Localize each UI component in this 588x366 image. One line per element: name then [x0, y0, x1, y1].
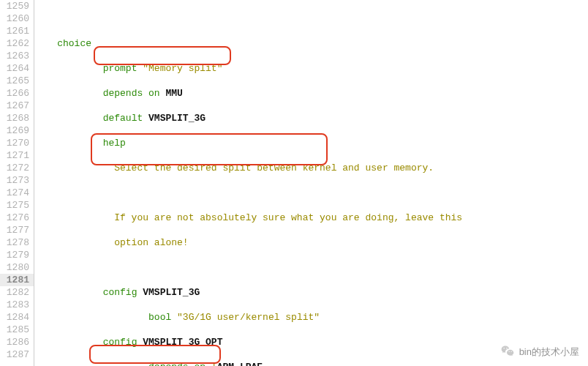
keyword-depends-on: depends on	[148, 362, 206, 366]
string-literal: "Memory split"	[143, 63, 222, 74]
symbol-vmsplit-3g: VMSPLIT_3G	[143, 287, 200, 298]
line-number: 1284	[0, 311, 34, 324]
line-number: 1286	[0, 336, 34, 348]
code-area: choice prompt "Memory split" depends on …	[34, 0, 480, 366]
line-number: 1261	[0, 25, 34, 37]
line-number: 1263	[0, 50, 34, 62]
line-number: 1272	[0, 162, 34, 174]
keyword-depends-on: depends on	[103, 88, 160, 99]
line-number: 1268	[0, 112, 34, 124]
line-number: 1280	[0, 261, 34, 274]
help-text: option alone!	[114, 237, 188, 248]
watermark: bin的技术小屋	[500, 344, 579, 359]
line-number: 1274	[0, 187, 34, 199]
symbol-vmsplit-3g: VMSPLIT_3G	[148, 113, 206, 124]
line-number: 1265	[0, 75, 34, 87]
line-number: 1262	[0, 37, 34, 50]
watermark-text: bin的技术小屋	[519, 346, 579, 358]
symbol-arm-lpae: ARM_LPAE	[217, 362, 263, 366]
line-number: 1282	[0, 286, 34, 299]
line-number: 1283	[0, 299, 34, 311]
string-literal: "3G/1G user/kernel split"	[177, 312, 320, 323]
operator-not: !	[211, 362, 217, 366]
line-number-gutter: 1259126012611262126312641265126612671268…	[0, 0, 34, 366]
line-number: 1279	[0, 249, 34, 261]
line-number: 1270	[0, 137, 34, 149]
line-number: 1278	[0, 236, 34, 249]
line-number: 1285	[0, 324, 34, 336]
keyword-bool: bool	[148, 312, 171, 323]
keyword-default: default	[103, 113, 143, 124]
line-number: 1276	[0, 212, 34, 224]
help-text: If you are not absolutely sure what you …	[114, 212, 462, 223]
line-number: 1277	[0, 224, 34, 236]
keyword-prompt: prompt	[103, 63, 137, 74]
keyword-choice: choice	[57, 38, 91, 49]
line-number: 1264	[0, 62, 34, 75]
wechat-icon	[500, 344, 515, 359]
line-number: 1273	[0, 174, 34, 187]
line-number: 1260	[0, 12, 34, 25]
line-number: 1266	[0, 87, 34, 100]
keyword-config: config	[103, 337, 137, 348]
line-number: 1259	[0, 0, 34, 12]
line-number: 1271	[0, 149, 34, 162]
line-number: 1269	[0, 124, 34, 137]
line-number: 1281	[0, 274, 34, 286]
symbol-mmu: MMU	[165, 88, 182, 99]
line-number: 1275	[0, 199, 34, 212]
symbol-vmsplit-3g-opt: VMSPLIT_3G_OPT	[143, 337, 222, 348]
line-number: 1267	[0, 100, 34, 112]
line-number: 1287	[0, 348, 34, 361]
help-text: Select the desired split between kernel …	[114, 163, 434, 173]
keyword-help: help	[103, 138, 126, 149]
keyword-config: config	[103, 287, 137, 298]
